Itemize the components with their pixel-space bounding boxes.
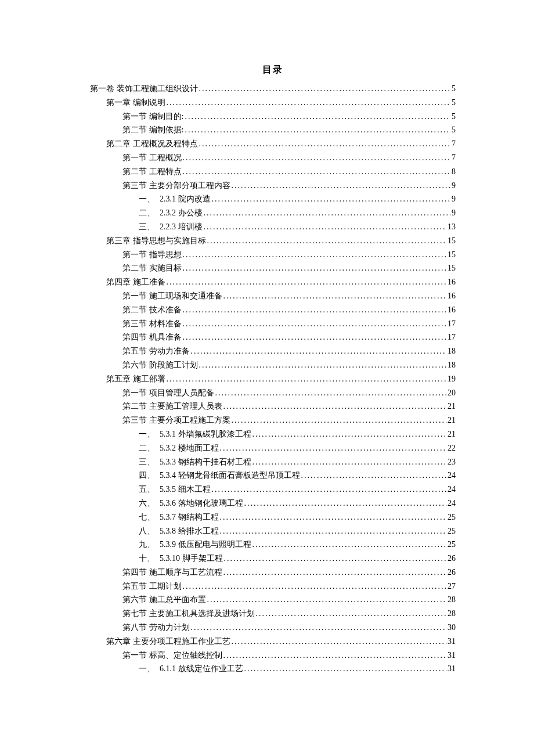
toc-entry-prefix: 十、 [139,552,160,566]
toc-entry-text: 5.3.8 给排水工程 [160,527,219,535]
toc-entry-label: 九、5.3.9 低压配电与照明工程 [139,538,251,552]
toc-entry: 第一节 工程概况7 [90,151,456,165]
toc-entry-page: 19 [448,372,456,386]
toc-entry-label: 第一节 工程概况 [122,151,182,165]
toc-entry-text: 第三节 主要分项工程施工方案 [122,416,230,424]
toc-entry-text: 第二节 主要施工管理人员表 [122,402,222,411]
toc-dot-leader [212,192,451,206]
toc-entry-page: 8 [452,165,456,179]
toc-entry: 一、2.3.1 院内改造9 [90,192,456,206]
toc-dot-leader [204,206,451,220]
toc-entry-label: 第四节 施工顺序与工艺流程 [122,566,222,579]
toc-entry-prefix: 六、 [139,496,160,510]
toc-entry-text: 第四章 施工准备 [106,278,165,286]
toc-dot-leader [244,496,447,510]
toc-entry: 一、6.1.1 放线定位作业工艺31 [90,662,456,676]
toc-entry-prefix: 一、 [139,427,160,441]
toc-entry-text: 5.3.7 钢结构工程 [160,513,219,521]
toc-entry-text: 5.3.1 外墙氟碳乳胶漆工程 [160,430,251,438]
toc-entry-label: 第二节 主要施工管理人员表 [122,399,222,413]
toc-dot-leader [183,248,447,262]
toc-entry-label: 一、2.3.1 院内改造 [139,192,211,206]
toc-entry-text: 2.2.3 培训楼 [160,222,203,231]
toc-dot-leader [244,662,447,676]
toc-entry-label: 第一节 指导思想 [122,248,182,262]
toc-entry-text: 第一节 编制目的: [122,112,183,121]
toc-dot-leader [232,413,447,427]
toc-entry-prefix: 八、 [139,524,160,538]
toc-entry-text: 第四节 施工顺序与工艺流程 [122,568,222,577]
toc-entry-prefix: 三、 [139,455,160,469]
toc-dot-leader [183,261,447,275]
toc-entry-text: 第一节 工程概况 [122,153,182,162]
toc-entry-prefix: 四、 [139,469,160,483]
toc-container: 第一卷 装饰工程施工组织设计5第一章 编制说明5第一节 编制目的:5第二节 编制… [90,82,456,676]
toc-entry-label: 第三章 指导思想与实施目标 [106,234,206,248]
toc-entry-label: 第三节 材料准备 [122,317,182,331]
toc-dot-leader [199,82,451,96]
toc-entry-text: 2.3.1 院内改造 [160,195,211,203]
toc-entry-label: 一、5.3.1 外墙氟碳乳胶漆工程 [139,427,251,441]
toc-dot-leader [207,234,447,248]
toc-entry-label: 第一节 编制目的: [122,110,183,124]
toc-entry-text: 第一章 编制说明 [106,98,165,107]
toc-entry-text: 第一卷 装饰工程施工组织设计 [90,84,198,93]
toc-dot-leader [183,303,447,317]
toc-entry-page: 5 [452,96,456,110]
toc-entry: 第六节 阶段施工计划18 [90,358,456,372]
toc-entry: 第四节 机具准备17 [90,330,456,344]
toc-entry-page: 25 [448,510,456,524]
toc-dot-leader [223,649,447,663]
toc-entry-page: 28 [448,593,456,607]
toc-entry: 第七节 主要施工机具选择及进场计划28 [90,607,456,621]
toc-entry-page: 7 [452,137,456,151]
toc-entry-text: 第六章 主要分项工程施工作业工艺 [106,637,230,646]
toc-entry-prefix: 七、 [139,510,160,524]
toc-dot-leader [223,399,447,413]
toc-dot-leader [223,289,447,303]
toc-entry-text: 第七节 主要施工机具选择及进场计划 [122,609,255,618]
toc-entry: 第一节 编制目的:5 [90,110,456,124]
toc-entry-text: 第五节 劳动力准备 [122,347,190,355]
toc-entry-label: 一、6.1.1 放线定位作业工艺 [139,662,243,676]
toc-entry-page: 26 [448,552,456,566]
toc-entry-label: 第三节 主要分部分项工程内容 [122,179,230,193]
toc-dot-leader [232,635,447,649]
toc-entry-text: 第二节 实施目标 [122,264,182,272]
toc-entry-text: 5.3.2 楼地面工程 [160,444,219,452]
toc-entry-label: 五、5.3.5 细木工程 [139,483,211,496]
toc-dot-leader [252,427,447,441]
toc-entry-text: 5.3.10 脚手架工程 [160,554,223,563]
toc-entry-prefix: 二、 [139,206,160,220]
toc-entry-page: 15 [448,261,456,275]
toc-entry-label: 第一节 项目管理人员配备 [122,386,214,400]
toc-dot-leader [183,165,451,179]
toc-dot-leader [301,469,447,483]
toc-entry-text: 5.3.4 轻钢龙骨纸面石膏板造型吊顶工程 [160,471,300,480]
toc-entry-text: 6.1.1 放线定位作业工艺 [160,664,243,673]
toc-entry: 第三章 指导思想与实施目标15 [90,234,456,248]
toc-entry: 二、2.3.2 办公楼9 [90,206,456,220]
toc-dot-leader [185,123,450,137]
toc-dot-leader [212,483,447,496]
toc-entry-page: 18 [448,358,456,372]
toc-entry-page: 31 [448,662,456,676]
toc-entry-text: 第四节 机具准备 [122,333,182,341]
toc-entry-page: 21 [448,413,456,427]
toc-entry-page: 30 [448,621,456,635]
toc-entry-label: 第一节 施工现场和交通准备 [122,289,222,303]
toc-dot-leader [204,220,447,234]
toc-entry: 三、5.3.3 钢结构干挂石材工程23 [90,455,456,469]
toc-entry-page: 25 [448,538,456,552]
toc-entry-label: 第二章 工程概况及程特点 [106,137,198,151]
toc-entry-text: 第六节 施工总平面布置 [122,595,206,604]
toc-entry-page: 16 [448,303,456,317]
toc-entry-label: 七、5.3.7 钢结构工程 [139,510,219,524]
toc-entry-label: 第五章 施工部署 [106,372,165,386]
toc-entry-page: 20 [448,386,456,400]
toc-entry: 第二节 实施目标15 [90,261,456,275]
toc-entry-page: 17 [448,330,456,344]
toc-dot-leader [183,330,447,344]
toc-entry-text: 第八节 劳动力计划 [122,623,190,632]
toc-entry-page: 27 [448,579,456,593]
